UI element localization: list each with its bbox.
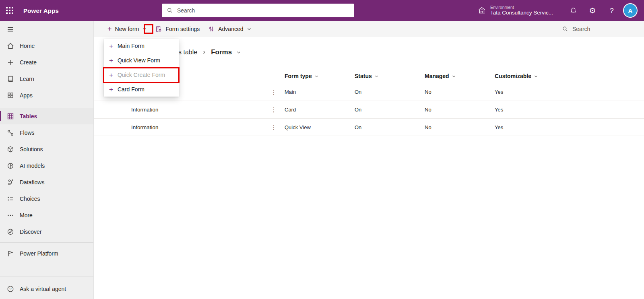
home-icon (6, 42, 14, 50)
settings-button[interactable]: ⚙ (583, 0, 602, 21)
chevron-right-icon (202, 50, 206, 55)
sidebar-divider (0, 276, 93, 276)
menu-item-card-form[interactable]: + Card Form (104, 82, 179, 97)
sidebar-item-more[interactable]: More (0, 207, 93, 223)
new-form-dropdown-menu: + Main Form + Quick View Form + Quick Cr… (104, 39, 179, 97)
plus-icon: + (109, 86, 113, 93)
ask-virtual-agent-button[interactable]: ? Ask a virtual agent (0, 279, 93, 299)
more-ellipsis-icon (6, 211, 14, 219)
status-cell: On (355, 107, 425, 113)
sidebar-item-tables[interactable]: Tables (0, 108, 93, 124)
plus-icon (6, 58, 14, 66)
menu-item-quick-create-form[interactable]: + Quick Create Form (104, 68, 179, 82)
table-search-box[interactable]: Search (562, 26, 638, 32)
top-bar: Power Apps Environment Tata Consultancy … (0, 0, 644, 21)
sidebar-item-create[interactable]: Create (0, 54, 93, 70)
box-icon (6, 145, 14, 153)
global-search-input[interactable] (177, 7, 349, 14)
gear-icon: ⚙ (589, 7, 596, 14)
apps-grid-icon (6, 91, 14, 99)
form-settings-icon (155, 25, 162, 33)
app-title: Power Apps (23, 7, 59, 14)
sidebar-item-apps[interactable]: Apps (0, 87, 93, 103)
sidebar-item-learn[interactable]: Learn (0, 70, 93, 87)
row-menu-icon[interactable]: ⋮ (270, 106, 278, 113)
new-form-chevron-down-icon[interactable] (142, 27, 147, 31)
form-name: Information (131, 107, 270, 113)
new-form-button[interactable]: + New form (103, 21, 151, 37)
plus-icon: + (109, 43, 113, 49)
customizable-cell: Yes (495, 89, 644, 95)
menu-item-quick-view-form[interactable]: + Quick View Form (104, 53, 179, 68)
plus-icon: + (109, 72, 113, 78)
dataflow-icon (6, 178, 14, 186)
sidebar-item-choices[interactable]: Choices (0, 190, 93, 207)
help-icon: ? (610, 7, 613, 14)
column-header-customizable[interactable]: Customizable (495, 73, 644, 79)
page-title-chevron-down-icon[interactable] (236, 50, 241, 55)
app-launcher-button[interactable] (0, 0, 19, 21)
checklist-icon (6, 195, 14, 203)
sidebar-item-discover[interactable]: Discover (0, 223, 93, 240)
command-bar: + New form Form settings Advanced (94, 21, 644, 37)
managed-cell: No (425, 107, 495, 113)
managed-cell: No (425, 89, 495, 95)
row-menu-icon[interactable]: ⋮ (270, 124, 278, 131)
status-cell: On (355, 124, 425, 130)
breadcrumb-table-link[interactable]: s table (178, 49, 197, 56)
compass-icon (6, 228, 14, 236)
svg-text:?: ? (9, 287, 11, 291)
sidebar-item-solutions[interactable]: Solutions (0, 141, 93, 157)
page-title[interactable]: Forms (211, 48, 232, 56)
customizable-cell: Yes (495, 124, 644, 130)
form-settings-button[interactable]: Form settings (151, 21, 204, 37)
waffle-icon (6, 7, 13, 14)
sidebar-toggle-button[interactable] (0, 21, 93, 37)
column-header-form-type[interactable]: Form type (285, 73, 355, 79)
sidebar-item-dataflows[interactable]: Dataflows (0, 174, 93, 190)
chevron-down-icon (374, 74, 379, 78)
search-icon (562, 26, 568, 32)
form-name: Information (131, 124, 270, 130)
customizable-cell: Yes (495, 107, 644, 113)
column-header-managed[interactable]: Managed (425, 73, 495, 79)
plus-icon: + (107, 25, 112, 33)
question-chat-icon: ? (6, 285, 14, 293)
bell-icon (570, 7, 577, 14)
chevron-down-icon (534, 74, 538, 78)
menu-item-main-form[interactable]: + Main Form (104, 39, 179, 53)
flow-icon (6, 129, 14, 137)
ai-model-icon (6, 162, 14, 170)
advanced-chevron-down-icon (247, 27, 252, 31)
filter-sliders-icon (208, 25, 215, 33)
environment-picker[interactable]: Environment Tata Consultancy Servic... (477, 5, 553, 16)
chevron-down-icon (314, 74, 319, 78)
table-row[interactable]: Information ⋮ Card On No Yes (94, 101, 644, 118)
row-menu-icon[interactable]: ⋮ (270, 89, 278, 96)
power-platform-icon (6, 250, 14, 258)
table-grid-icon (6, 112, 14, 120)
form-type-cell: Main (285, 89, 355, 95)
environment-icon (477, 6, 486, 15)
column-header-status[interactable]: Status (355, 73, 425, 79)
notifications-button[interactable] (564, 0, 583, 21)
help-button[interactable]: ? (602, 0, 621, 21)
sidebar-item-flows[interactable]: Flows (0, 124, 93, 141)
environment-label: Environment (490, 5, 553, 10)
chevron-down-icon (452, 74, 456, 78)
avatar[interactable]: A (624, 4, 637, 17)
search-icon (167, 7, 173, 14)
sidebar-item-home[interactable]: Home (0, 37, 93, 54)
table-row[interactable]: Information ⋮ Quick View On No Yes (94, 118, 644, 136)
advanced-button[interactable]: Advanced (204, 21, 255, 37)
book-icon (6, 75, 14, 83)
plus-icon: + (109, 57, 113, 64)
sidebar-item-power-platform[interactable]: Power Platform (0, 245, 93, 262)
form-type-cell: Quick View (285, 124, 355, 130)
status-cell: On (355, 89, 425, 95)
managed-cell: No (425, 124, 495, 130)
global-search-box[interactable] (162, 4, 354, 17)
sidebar-item-ai-models[interactable]: AI models (0, 157, 93, 174)
breadcrumb: s table Forms (178, 46, 644, 59)
sidebar: Home Create Learn Apps Tables Flows Solu… (0, 21, 94, 299)
